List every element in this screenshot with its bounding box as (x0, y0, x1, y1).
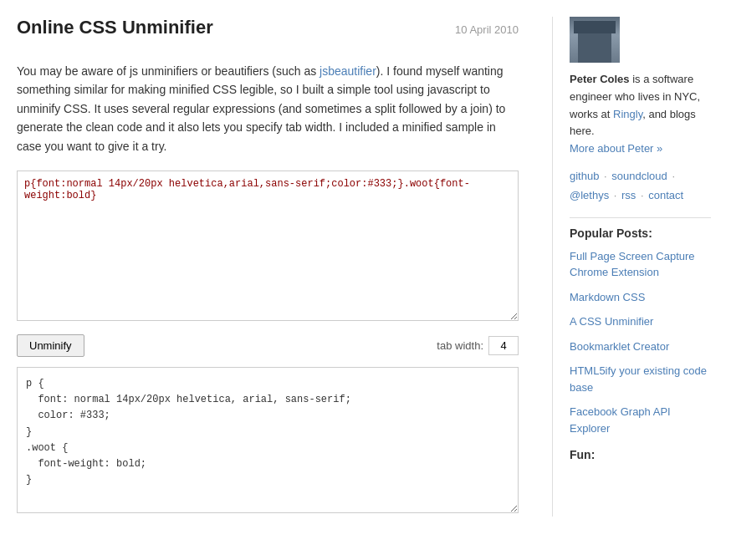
tab-width-input[interactable] (488, 336, 519, 355)
rss-link[interactable]: rss (621, 189, 636, 201)
sep3: · (611, 189, 620, 201)
popular-posts-title: Popular Posts: (570, 227, 711, 240)
article-header: Online CSS Unminifier 10 April 2010 (17, 17, 519, 45)
unminify-button[interactable]: Unminify (17, 334, 84, 357)
lethys-link[interactable]: @lethys (570, 189, 609, 201)
tab-width-control: tab width: (437, 336, 519, 355)
author-name: Peter Coles (570, 73, 630, 85)
popular-post-5[interactable]: Facebook Graph API Explorer (570, 404, 711, 436)
author-bio: Peter Coles is a software engineer who l… (570, 71, 711, 158)
sep1: · (601, 170, 610, 182)
popular-post-3[interactable]: Bookmarklet Creator (570, 339, 711, 355)
ringly-link[interactable]: Ringly (613, 108, 642, 120)
contact-link[interactable]: contact (648, 189, 683, 201)
sidebar: Peter Coles is a software engineer who l… (552, 17, 711, 517)
article-text-before-link: You may be aware of js unminifiers or be… (17, 64, 319, 78)
article-date: 10 April 2010 (455, 23, 519, 36)
css-input[interactable] (17, 171, 519, 321)
sidebar-links: github · soundcloud · @lethys · rss · co… (570, 166, 711, 206)
more-about-link[interactable]: More about Peter » (570, 142, 662, 155)
css-output[interactable] (17, 367, 519, 513)
sep4: · (637, 189, 647, 201)
jsbeautifier-link[interactable]: jsbeautifier (319, 64, 376, 78)
avatar (570, 17, 620, 63)
controls-row: Unminify tab width: (17, 334, 519, 357)
popular-post-1[interactable]: Markdown CSS (570, 289, 711, 306)
popular-post-0[interactable]: Full Page Screen Capture Chrome Extensio… (570, 248, 711, 281)
popular-post-2[interactable]: A CSS Unminifier (570, 313, 711, 330)
page-wrapper: Online CSS Unminifier 10 April 2010 You … (0, 0, 731, 533)
main-content: Online CSS Unminifier 10 April 2010 You … (17, 17, 552, 517)
popular-post-4[interactable]: HTML5ify your existing code base (570, 363, 711, 395)
sep2: · (669, 170, 675, 182)
github-link[interactable]: github (570, 170, 599, 182)
tab-width-label: tab width: (437, 339, 483, 352)
article-title: Online CSS Unminifier (17, 17, 213, 38)
fun-title: Fun: (570, 448, 711, 461)
article-body: You may be aware of js unminifiers or be… (17, 62, 519, 155)
sidebar-divider (570, 217, 711, 218)
avatar-image (570, 17, 620, 63)
soundcloud-link[interactable]: soundcloud (611, 170, 667, 182)
